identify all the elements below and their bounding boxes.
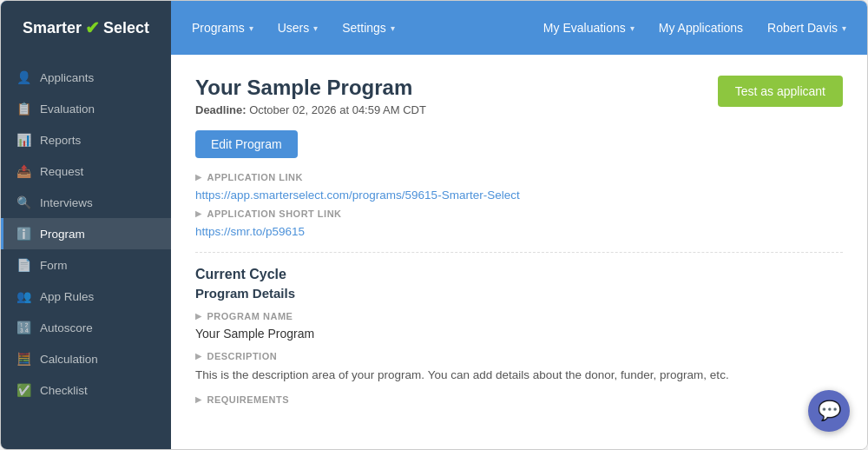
sidebar-item-evaluation[interactable]: 📋 Evaluation xyxy=(1,93,171,124)
sidebar-item-interviews[interactable]: 🔍 Interviews xyxy=(1,187,171,218)
application-link-area: APPLICATION LINK https://app.smartersele… xyxy=(195,172,843,202)
nav-programs[interactable]: Programs ▾ xyxy=(180,1,266,55)
nav-users[interactable]: Users ▾ xyxy=(266,1,331,55)
nav-users-chevron: ▾ xyxy=(313,23,318,33)
nav-settings-label: Settings xyxy=(342,21,386,35)
sidebar-checklist-label: Checklist xyxy=(40,384,88,397)
sidebar-calculation-label: Calculation xyxy=(40,353,98,366)
evaluation-icon: 📋 xyxy=(16,102,31,116)
logo-smarter: Smarter xyxy=(23,19,82,37)
sidebar-item-app-rules[interactable]: 👥 App Rules xyxy=(1,281,171,312)
deadline-value: October 02, 2026 at 04:59 AM CDT xyxy=(249,103,426,116)
logo-check-icon: ✔ xyxy=(85,17,100,38)
nav-my-applications-label: My Applications xyxy=(659,21,743,35)
sidebar-evaluation-label: Evaluation xyxy=(40,103,95,116)
program-info: Your Sample Program Deadline: October 02… xyxy=(195,76,426,116)
logo-select: Select xyxy=(103,19,149,37)
sidebar-item-autoscore[interactable]: 🔢 Autoscore xyxy=(1,312,171,343)
program-deadline: Deadline: October 02, 2026 at 04:59 AM C… xyxy=(195,103,426,116)
sidebar-item-form[interactable]: 📄 Form xyxy=(1,249,171,281)
application-link-label: APPLICATION LINK xyxy=(195,172,843,182)
top-nav: Smarter ✔ Select Programs ▾ Users ▾ Sett… xyxy=(1,1,867,55)
autoscore-icon: 🔢 xyxy=(16,321,31,334)
nav-user-menu[interactable]: Robert Davis ▾ xyxy=(755,1,858,55)
application-short-link-label: APPLICATION SHORT LINK xyxy=(195,208,843,219)
sidebar-interviews-label: Interviews xyxy=(40,196,93,209)
sidebar: 👤 Applicants 📋 Evaluation 📊 Reports 📤 Re… xyxy=(1,55,171,449)
interviews-icon: 🔍 xyxy=(16,195,31,209)
sidebar-item-program[interactable]: ℹ️ Program xyxy=(1,218,171,249)
logo-area: Smarter ✔ Select xyxy=(1,1,171,55)
program-name-value: Your Sample Program xyxy=(195,327,843,341)
content-header: Your Sample Program Deadline: October 02… xyxy=(195,76,843,116)
program-title: Your Sample Program xyxy=(195,76,426,100)
nav-users-label: Users xyxy=(278,21,310,35)
nav-my-applications[interactable]: My Applications xyxy=(647,1,755,55)
main-content: Your Sample Program Deadline: October 02… xyxy=(171,55,867,449)
application-short-link-area: APPLICATION SHORT LINK https://smr.to/p5… xyxy=(195,208,843,238)
nav-items: Programs ▾ Users ▾ Settings ▾ My Evaluat… xyxy=(171,1,867,55)
test-as-applicant-button[interactable]: Test as applicant xyxy=(718,76,843,107)
sidebar-item-reports[interactable]: 📊 Reports xyxy=(1,124,171,156)
chat-icon: 💬 xyxy=(818,400,841,422)
form-icon: 📄 xyxy=(16,258,31,272)
nav-settings-chevron: ▾ xyxy=(391,23,395,33)
logo: Smarter ✔ Select xyxy=(23,17,149,38)
reports-icon: 📊 xyxy=(16,133,31,147)
sidebar-app-rules-label: App Rules xyxy=(40,290,94,303)
sidebar-reports-label: Reports xyxy=(40,134,81,147)
nav-my-evaluations-chevron: ▾ xyxy=(630,23,635,33)
nav-programs-label: Programs xyxy=(192,21,245,35)
program-details-title: Program Details xyxy=(195,286,843,301)
request-icon: 📤 xyxy=(16,164,31,178)
nav-my-evaluations-label: My Evaluations xyxy=(543,21,626,35)
description-value: This is the description area of your pro… xyxy=(195,367,843,384)
sidebar-item-checklist[interactable]: ✅ Checklist xyxy=(1,374,171,406)
nav-user-chevron: ▾ xyxy=(842,23,846,33)
chat-bubble-button[interactable]: 💬 xyxy=(808,390,850,432)
application-short-link[interactable]: https://smr.to/p59615 xyxy=(195,225,305,238)
checklist-icon: ✅ xyxy=(16,383,31,397)
nav-my-evaluations[interactable]: My Evaluations ▾ xyxy=(531,1,647,55)
requirements-label: REQUIREMENTS xyxy=(195,394,843,405)
program-icon: ℹ️ xyxy=(16,227,31,241)
applicants-icon: 👤 xyxy=(16,70,31,84)
sidebar-item-applicants[interactable]: 👤 Applicants xyxy=(1,62,171,93)
sidebar-form-label: Form xyxy=(40,259,68,272)
current-cycle-title: Current Cycle xyxy=(195,267,843,282)
sidebar-applicants-label: Applicants xyxy=(40,71,94,84)
application-link[interactable]: https://app.smarterselect.com/programs/5… xyxy=(195,189,520,202)
deadline-label: Deadline: xyxy=(195,103,247,116)
main-area: 👤 Applicants 📋 Evaluation 📊 Reports 📤 Re… xyxy=(1,55,867,449)
nav-settings[interactable]: Settings ▾ xyxy=(330,1,407,55)
edit-program-button[interactable]: Edit Program xyxy=(195,130,298,158)
sidebar-item-calculation[interactable]: 🧮 Calculation xyxy=(1,343,171,374)
nav-programs-chevron: ▾ xyxy=(249,23,253,33)
sidebar-request-label: Request xyxy=(40,165,83,178)
calculation-icon: 🧮 xyxy=(16,352,31,366)
app-rules-icon: 👥 xyxy=(16,289,31,303)
divider xyxy=(195,252,843,253)
nav-user-name: Robert Davis xyxy=(767,21,838,35)
sidebar-item-request[interactable]: 📤 Request xyxy=(1,156,171,187)
program-name-label: PROGRAM NAME xyxy=(195,311,843,321)
sidebar-autoscore-label: Autoscore xyxy=(40,321,93,334)
sidebar-program-label: Program xyxy=(40,228,85,241)
description-label: DESCRIPTION xyxy=(195,351,843,361)
